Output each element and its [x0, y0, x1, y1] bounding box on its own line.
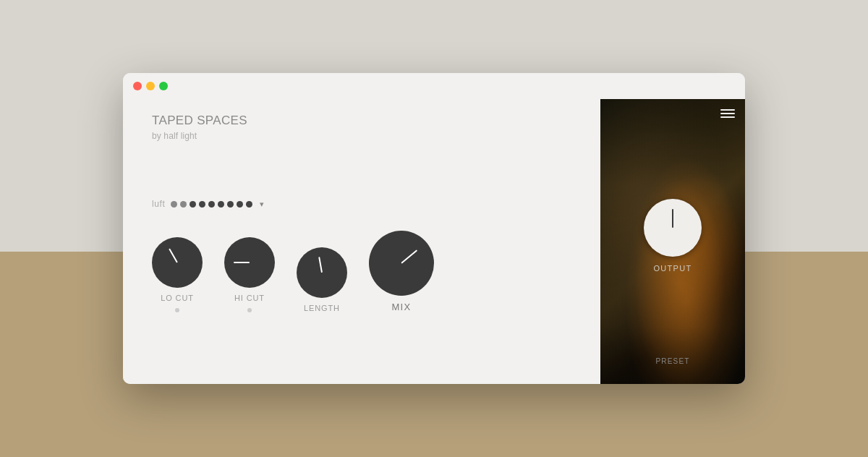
menu-button[interactable]: [720, 109, 735, 118]
hi-cut-label: HI CUT: [234, 294, 265, 302]
dot-3[interactable]: [190, 201, 196, 208]
length-group: LENGTH: [297, 247, 347, 312]
hi-cut-indicator: [247, 308, 252, 312]
main-content: TAPED SPACES by half light luft: [123, 99, 745, 384]
mix-knob[interactable]: [369, 231, 434, 296]
preset-bottom-label[interactable]: PRESET: [655, 357, 689, 365]
close-button[interactable]: [133, 82, 142, 90]
hi-cut-needle: [234, 262, 250, 263]
dot-6[interactable]: [218, 201, 224, 208]
length-container: [297, 247, 347, 298]
dot-2[interactable]: [180, 201, 187, 208]
plugin-author: by half light: [152, 131, 600, 142]
lo-cut-group: LO CUT: [152, 237, 203, 312]
plugin-name: TAPED SPACES: [152, 114, 600, 128]
knobs-row: LO CUT HI CUT: [152, 231, 600, 312]
lo-cut-container: [152, 237, 203, 288]
length-knob[interactable]: [297, 247, 347, 298]
mix-needle: [401, 250, 417, 265]
preset-bottom: PRESET: [610, 354, 735, 374]
hi-cut-knob[interactable]: [224, 237, 275, 288]
lo-cut-label: LO CUT: [161, 294, 194, 302]
output-section: OUTPUT: [610, 118, 735, 354]
preset-label: luft: [152, 199, 165, 209]
minimize-button[interactable]: [146, 82, 155, 90]
lo-cut-knob[interactable]: [152, 237, 203, 288]
menu-line-2: [720, 113, 735, 114]
dot-1[interactable]: [171, 201, 177, 208]
menu-line-1: [720, 109, 735, 111]
traffic-lights: [133, 82, 168, 90]
lo-cut-needle: [169, 249, 178, 263]
preset-dots: [171, 201, 252, 208]
maximize-button[interactable]: [159, 82, 168, 90]
mix-container: [369, 231, 434, 296]
output-needle: [672, 209, 673, 228]
length-label: LENGTH: [304, 304, 340, 312]
dot-8[interactable]: [237, 201, 243, 208]
right-panel: OUTPUT PRESET: [600, 99, 745, 384]
mix-label: MIX: [391, 302, 411, 312]
mix-group: MIX: [369, 231, 434, 312]
hi-cut-container: [224, 237, 275, 288]
dot-5[interactable]: [208, 201, 215, 208]
left-panel: TAPED SPACES by half light luft: [123, 99, 600, 384]
preset-row: luft ▾: [152, 199, 600, 209]
output-knob[interactable]: [644, 199, 702, 257]
dot-7[interactable]: [227, 201, 234, 208]
dot-4[interactable]: [199, 201, 205, 208]
app-window: TAPED SPACES by half light luft: [123, 73, 745, 384]
dot-9[interactable]: [246, 201, 252, 208]
lo-cut-indicator: [175, 308, 179, 312]
plugin-title: TAPED SPACES by half light: [152, 114, 600, 142]
output-label: OUTPUT: [653, 264, 692, 273]
right-panel-content: OUTPUT PRESET: [600, 99, 745, 384]
controls-area: luft ▾: [152, 142, 600, 384]
title-bar: [123, 73, 745, 99]
preset-dropdown-arrow[interactable]: ▾: [260, 200, 264, 209]
hi-cut-group: HI CUT: [224, 237, 275, 312]
length-needle: [318, 257, 323, 273]
